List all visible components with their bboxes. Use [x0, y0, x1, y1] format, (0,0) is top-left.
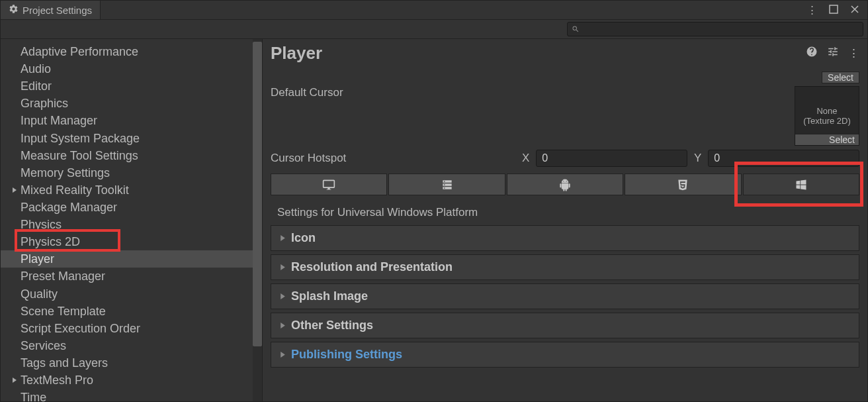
sidebar: Adaptive PerformanceAudioEditorGraphicsI… [1, 39, 263, 401]
default-cursor-label: Default Cursor [271, 86, 780, 99]
sidebar-item-label: Time [21, 389, 46, 401]
cursor-none-text: None [816, 106, 837, 116]
sidebar-item-package-manager[interactable]: Package Manager [1, 199, 253, 216]
sidebar-item-input-system-package[interactable]: Input System Package [1, 130, 253, 147]
chevron-right-icon [279, 322, 291, 329]
maximize-icon[interactable] [829, 5, 838, 16]
window-tab[interactable]: Project Settings [1, 1, 101, 19]
menu-icon[interactable]: ⋮ [848, 46, 859, 60]
accordion-label: Publishing Settings [291, 348, 402, 362]
titlebar: Project Settings ⋮ [1, 1, 867, 20]
sidebar-item-label: Scene Template [21, 303, 106, 319]
sidebar-item-editor[interactable]: Editor [1, 77, 253, 95]
sidebar-item-label: Preset Manager [21, 268, 105, 284]
select-button-cursor[interactable]: Select [795, 134, 859, 145]
close-icon[interactable] [850, 5, 859, 16]
main-panel: Player ⋮ Select Default Cursor [263, 39, 867, 401]
sidebar-item-physics-2d[interactable]: Physics 2D [1, 233, 253, 250]
search-icon [572, 25, 580, 33]
chevron-right-icon [279, 351, 291, 358]
cursor-hotspot-label: Cursor Hotspot [271, 152, 515, 165]
sidebar-item-player[interactable]: Player [1, 250, 253, 268]
platform-tabs [271, 174, 859, 195]
platform-tab-desktop[interactable] [271, 174, 387, 195]
titlebar-actions: ⋮ [799, 4, 867, 16]
sidebar-item-label: TextMesh Pro [21, 372, 93, 388]
scrollbar-thumb[interactable] [253, 42, 262, 346]
sidebar-item-services[interactable]: Services [1, 337, 253, 354]
hotspot-x-input[interactable] [536, 150, 687, 167]
sidebar-item-label: Script Execution Order [21, 321, 140, 336]
help-icon[interactable] [806, 46, 818, 61]
chevron-right-icon[interactable] [9, 187, 21, 193]
gear-icon [9, 4, 19, 16]
sidebar-item-physics[interactable]: Physics [1, 216, 253, 233]
sidebar-item-label: Adaptive Performance [21, 44, 138, 60]
accordion-publishing-settings[interactable]: Publishing Settings [271, 342, 859, 368]
chevron-right-icon [279, 293, 291, 300]
sidebar-item-label: Physics 2D [21, 234, 80, 250]
accordion-splash-image[interactable]: Splash Image [271, 283, 859, 309]
sidebar-item-label: Editor [21, 78, 52, 94]
sidebar-item-label: Package Manager [21, 199, 117, 215]
sidebar-item-label: Tags and Layers [21, 355, 108, 371]
sidebar-item-audio[interactable]: Audio [1, 60, 253, 77]
settings-for-label: Settings for Universal Windows Platform [271, 203, 859, 222]
search-row [1, 20, 867, 39]
svg-point-4 [563, 181, 564, 181]
sidebar-item-measure-tool-settings[interactable]: Measure Tool Settings [1, 147, 253, 164]
search-input[interactable] [567, 22, 863, 36]
accordion-label: Icon [291, 231, 316, 245]
accordion-other-settings[interactable]: Other Settings [271, 313, 859, 338]
sidebar-item-preset-manager[interactable]: Preset Manager [1, 268, 253, 285]
sidebar-item-label: Memory Settings [21, 165, 110, 181]
y-label: Y [694, 152, 701, 165]
accordion-label: Other Settings [291, 319, 373, 332]
platform-tab-android[interactable] [507, 174, 623, 195]
sidebar-scrollbar[interactable] [253, 39, 262, 401]
chevron-right-icon [279, 264, 291, 271]
accordion-label: Resolution and Presentation [291, 260, 453, 274]
sidebar-item-memory-settings[interactable]: Memory Settings [1, 164, 253, 181]
sidebar-item-label: Input Manager [21, 113, 97, 128]
sidebar-item-label: Measure Tool Settings [21, 148, 138, 164]
sidebar-item-adaptive-performance[interactable]: Adaptive Performance [1, 43, 253, 60]
sidebar-item-script-execution-order[interactable]: Script Execution Order [1, 320, 253, 337]
platform-tab-windows[interactable] [743, 174, 859, 195]
sidebar-item-tags-and-layers[interactable]: Tags and Layers [1, 354, 253, 372]
accordion-label: Splash Image [291, 289, 368, 303]
hotspot-y-input[interactable] [708, 150, 859, 167]
platform-tab-html5[interactable] [625, 174, 741, 195]
sidebar-item-label: Mixed Reality Toolkit [21, 182, 129, 198]
sidebar-item-mixed-reality-toolkit[interactable]: Mixed Reality Toolkit [1, 181, 253, 199]
select-button-top[interactable]: Select [822, 72, 859, 83]
sidebar-item-quality[interactable]: Quality [1, 285, 253, 303]
chevron-right-icon[interactable] [9, 377, 21, 383]
sidebar-item-label: Audio [21, 61, 51, 77]
sidebar-item-scene-template[interactable]: Scene Template [1, 303, 253, 320]
sidebar-item-label: Quality [21, 286, 58, 302]
cursor-texture-field[interactable]: None (Texture 2D) Select [795, 86, 859, 146]
sidebar-item-label: Services [21, 338, 66, 354]
chevron-right-icon [279, 234, 291, 242]
cursor-type-text: (Texture 2D) [803, 116, 851, 126]
sidebar-item-label: Physics [21, 217, 62, 232]
sidebar-item-graphics[interactable]: Graphics [1, 95, 253, 112]
platform-tab-server[interactable] [388, 174, 505, 195]
sidebar-item-label: Input System Package [21, 130, 140, 146]
sidebar-item-textmesh-pro[interactable]: TextMesh Pro [1, 372, 253, 389]
svg-point-3 [444, 187, 445, 189]
accordion-resolution-and-presentation[interactable]: Resolution and Presentation [271, 254, 859, 280]
svg-point-5 [566, 181, 567, 181]
presets-icon[interactable] [827, 46, 839, 61]
page-title: Player [271, 43, 322, 64]
svg-rect-0 [830, 5, 838, 13]
svg-point-2 [444, 184, 445, 185]
sidebar-item-label: Graphics [21, 95, 68, 111]
sidebar-item-time[interactable]: Time [1, 389, 253, 401]
accordion-icon[interactable]: Icon [271, 225, 859, 251]
x-label: X [522, 152, 529, 165]
more-icon[interactable]: ⋮ [807, 4, 817, 16]
sidebar-item-label: Player [21, 251, 54, 267]
sidebar-item-input-manager[interactable]: Input Manager [1, 112, 253, 129]
